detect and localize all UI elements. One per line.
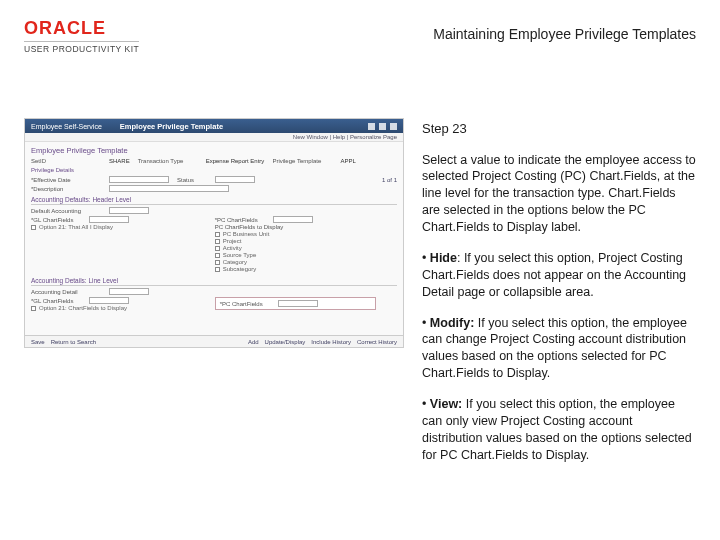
setid-value: SHARE: [109, 158, 130, 164]
template-label: Privilege Template: [272, 158, 332, 164]
defacct-select[interactable]: [109, 207, 149, 214]
pc-opt4-checkbox[interactable]: [215, 253, 220, 258]
pc-opt1-checkbox[interactable]: [215, 232, 220, 237]
gl-option-text: Option 21: That All I Display: [39, 224, 113, 230]
view-option-paragraph: • View: If you select this option, the e…: [422, 396, 696, 464]
txntype-label: Transaction Type: [138, 158, 198, 164]
line-gl-label: *GL ChartFields: [31, 298, 81, 304]
pc-opt6-checkbox[interactable]: [215, 267, 220, 272]
pc-label: *PC ChartFields: [215, 217, 265, 223]
effdate-input[interactable]: [109, 176, 169, 183]
content-area: Employee Self-Service Employee Privilege…: [0, 58, 720, 490]
status-label: Status: [177, 177, 207, 183]
template-value: APPL: [340, 158, 355, 164]
line-gl-select[interactable]: [89, 297, 129, 304]
pc-opt3-checkbox[interactable]: [215, 246, 220, 251]
sub-header-links: New Window | Help | Personalize Page: [293, 134, 397, 140]
pc-opt5-checkbox[interactable]: [215, 260, 220, 265]
modify-option-paragraph: • Modify: If you select this option, the…: [422, 315, 696, 383]
line-pc-highlight: *PC ChartFields: [215, 297, 376, 310]
pc-opt3-text: Activity: [223, 245, 242, 251]
desc-input[interactable]: [109, 185, 229, 192]
acctdet-label: Accounting Detail: [31, 289, 101, 295]
save-button[interactable]: Save: [31, 339, 45, 345]
form-footer: Save Return to Search Add Update/Display…: [25, 335, 403, 347]
pc-opt4-text: Source Type: [223, 252, 257, 258]
line-pc-select[interactable]: [278, 300, 318, 307]
menu-icon: [390, 123, 397, 130]
oracle-logo: ORACLE: [24, 18, 139, 39]
app-titlebar: Employee Self-Service Employee Privilege…: [25, 119, 403, 133]
update-button[interactable]: Update/Display: [265, 339, 306, 345]
pc-opt6-text: Subcategory: [223, 266, 257, 272]
pc-opt1-text: PC Business Unit: [223, 231, 270, 237]
section-header-defaults: Accounting Defaults: Header Level: [31, 196, 397, 205]
history-button[interactable]: Include History: [311, 339, 351, 345]
breadcrumb-module: Employee Self-Service: [31, 123, 102, 130]
defacct-label: Default Accounting: [31, 208, 101, 214]
view-label: View:: [430, 397, 462, 411]
status-select[interactable]: [215, 176, 255, 183]
document-title: Maintaining Employee Privilege Templates: [433, 26, 696, 42]
return-button[interactable]: Return to Search: [51, 339, 96, 345]
logo-brand-text: ORACLE: [24, 18, 106, 39]
priv-details-heading: Privilege Details: [25, 165, 403, 175]
app-screenshot: Employee Self-Service Employee Privilege…: [24, 118, 404, 348]
line-pc-label: *PC ChartFields: [220, 301, 270, 307]
txntype-value: Expense Report Entry: [206, 158, 265, 164]
add-button[interactable]: Add: [248, 339, 259, 345]
section-line-details: Accounting Details: Line Level: [31, 277, 397, 286]
hide-text: : If you select this option, Project Cos…: [422, 251, 686, 299]
line-gl-opt-checkbox[interactable]: [31, 306, 36, 311]
hide-label: Hide: [430, 251, 457, 265]
acctdet-select[interactable]: [109, 288, 149, 295]
instruction-column: Step 23 Select a value to indicate the e…: [422, 118, 696, 478]
modify-label: Modify:: [430, 316, 474, 330]
form-title: Employee Privilege Template: [25, 142, 403, 157]
pc-opt2-text: Project: [223, 238, 242, 244]
gl-select[interactable]: [89, 216, 129, 223]
page-name: Employee Privilege Template: [120, 122, 223, 131]
screenshot-column: Employee Self-Service Employee Privilege…: [24, 118, 404, 478]
effdate-label: *Effective Date: [31, 177, 101, 183]
hide-option-paragraph: • Hide: If you select this option, Proje…: [422, 250, 696, 301]
home-icon: [368, 123, 375, 130]
pc-display-label: PC ChartFields to Display: [215, 224, 391, 230]
intro-paragraph: Select a value to indicate the employee …: [422, 152, 696, 236]
line-gl-opt-text: Option 21: ChartFields to Display: [39, 305, 127, 311]
pc-opt2-checkbox[interactable]: [215, 239, 220, 244]
sub-header: New Window | Help | Personalize Page: [25, 133, 403, 142]
correct-button[interactable]: Correct History: [357, 339, 397, 345]
step-number: Step 23: [422, 120, 696, 138]
setid-label: SetID: [31, 158, 101, 164]
page-header: ORACLE USER PRODUCTIVITY KIT Maintaining…: [0, 0, 720, 58]
pc-select[interactable]: [273, 216, 313, 223]
desc-label: *Description: [31, 186, 101, 192]
titlebar-icons: [368, 123, 397, 130]
view-text: If you select this option, the employee …: [422, 397, 692, 462]
gl-label: *GL ChartFields: [31, 217, 81, 223]
logo-subtitle: USER PRODUCTIVITY KIT: [24, 41, 139, 54]
pc-opt5-text: Category: [223, 259, 247, 265]
gl-option-checkbox[interactable]: [31, 225, 36, 230]
flag-icon: [379, 123, 386, 130]
logo-block: ORACLE USER PRODUCTIVITY KIT: [24, 18, 139, 54]
